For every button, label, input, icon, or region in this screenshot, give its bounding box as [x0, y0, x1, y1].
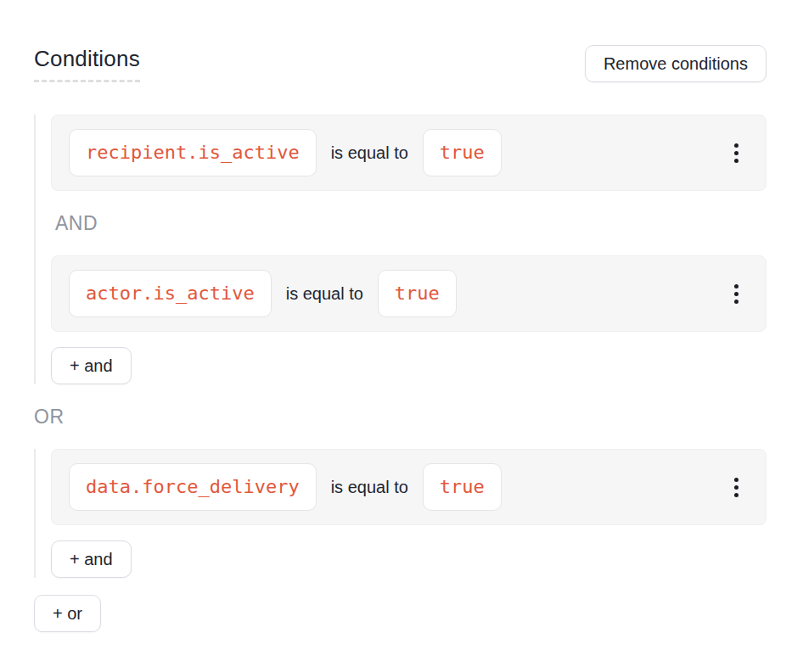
value-pill[interactable]: true	[423, 463, 502, 511]
field-pill[interactable]: recipient.is_active	[69, 129, 317, 176]
operator-label: is equal to	[286, 284, 363, 304]
condition-row: data.force_delivery is equal to true	[51, 449, 766, 525]
page-title: Conditions	[34, 45, 140, 82]
row-menu-button[interactable]	[729, 138, 744, 168]
operator-label: is equal to	[331, 143, 408, 163]
and-separator-label: AND	[55, 211, 766, 235]
value-pill[interactable]: true	[378, 270, 457, 317]
remove-conditions-button[interactable]: Remove conditions	[585, 45, 766, 82]
kebab-menu-icon	[734, 284, 738, 304]
condition-row: recipient.is_active is equal to true	[51, 115, 766, 191]
condition-group: data.force_delivery is equal to true + a…	[34, 449, 766, 578]
condition-group: recipient.is_active is equal to true AND…	[34, 115, 766, 384]
panel-header: Conditions Remove conditions	[34, 45, 766, 82]
conditions-panel: Conditions Remove conditions recipient.i…	[0, 0, 803, 632]
field-pill[interactable]: actor.is_active	[69, 270, 272, 317]
or-separator-label: OR	[34, 405, 766, 428]
add-and-button[interactable]: + and	[51, 347, 132, 384]
add-or-button[interactable]: + or	[34, 595, 101, 632]
kebab-menu-icon	[734, 478, 738, 497]
row-menu-button[interactable]	[729, 473, 744, 502]
kebab-menu-icon	[734, 143, 738, 163]
row-menu-button[interactable]	[729, 279, 744, 309]
value-pill[interactable]: true	[423, 129, 502, 176]
operator-label: is equal to	[331, 478, 408, 497]
condition-row: actor.is_active is equal to true	[51, 255, 766, 332]
add-and-button[interactable]: + and	[51, 540, 132, 578]
field-pill[interactable]: data.force_delivery	[69, 463, 317, 511]
